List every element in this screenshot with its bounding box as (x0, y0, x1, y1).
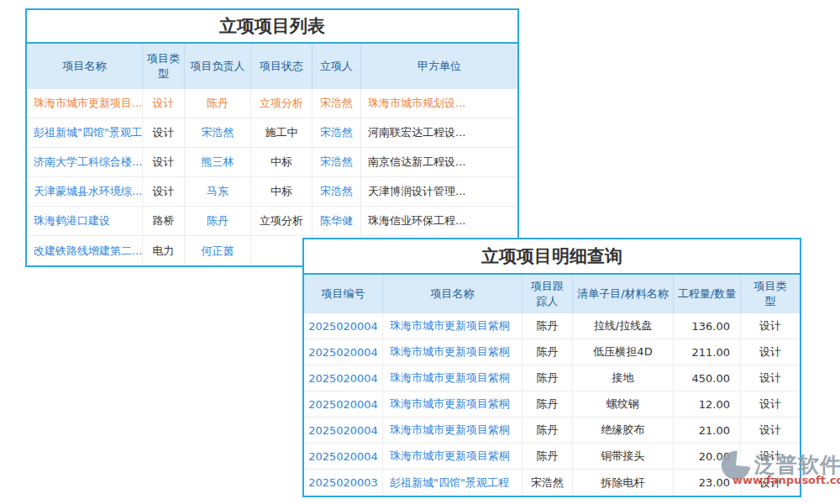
cell-quantity: 450.00 (674, 365, 741, 391)
cell-project-code[interactable]: 2025020004 (304, 444, 383, 469)
column-header-project-manager: 项目负责人 (185, 44, 251, 89)
cell-material-name: 螺纹钢 (573, 391, 674, 417)
column-header-project-tracker: 项目跟踪人 (522, 275, 573, 313)
column-header-material-name: 清单子目/材料名称 (573, 275, 674, 313)
cell-project-name[interactable]: 珠海市城市更新项目... (27, 89, 143, 118)
cell-project-code[interactable]: 2025020004 (304, 339, 383, 365)
cell-project-status: 施工中 (251, 118, 312, 147)
cell-project-tracker: 陈丹 (522, 365, 573, 391)
table-row[interactable]: 天津蒙城县水环境综...设计马东中标宋浩然天津博润设计管理... (27, 177, 517, 207)
project-detail-header-row: 项目编号项目名称项目跟踪人清单子目/材料名称工程量/数量项目类型 (304, 275, 800, 313)
cell-project-name[interactable]: 珠海市城市更新项目紫桐 (383, 444, 522, 469)
cell-initiator[interactable]: 宋浩然 (312, 148, 361, 176)
cell-project-type: 设计 (143, 89, 185, 118)
project-list-panel: 立项项目列表 项目名称项目类型项目负责人项目状态立项人甲方单位 珠海市城市更新项… (25, 8, 519, 267)
cell-project-manager[interactable]: 陈丹 (185, 207, 251, 235)
table-row[interactable]: 2025020004珠海市城市更新项目紫桐陈丹绝缘胶布21.00设计 (304, 417, 800, 444)
column-header-project-name: 项目名称 (27, 44, 143, 89)
cell-initiator[interactable]: 宋浩然 (312, 118, 361, 147)
cell-project-tracker: 宋浩然 (522, 470, 573, 496)
cell-project-type: 设计 (741, 417, 800, 443)
column-header-project-code: 项目编号 (304, 275, 383, 313)
cell-project-status: 立项分析 (251, 89, 312, 118)
cell-project-status: 中标 (251, 177, 312, 206)
cell-project-tracker: 陈丹 (522, 417, 573, 443)
column-header-project-name: 项目名称 (383, 275, 522, 313)
cell-client-unit: 珠海市城市规划设... (361, 89, 517, 118)
cell-quantity: 211.00 (674, 339, 741, 365)
table-row[interactable]: 济南大学工科综合楼...设计熊三林中标宋浩然南京信达新工程设... (27, 148, 517, 177)
cell-project-type: 设计 (143, 118, 185, 147)
cell-material-name: 绝缘胶布 (573, 417, 674, 443)
cell-client-unit: 南京信达新工程设... (361, 148, 517, 176)
cell-project-name[interactable]: 济南大学工科综合楼... (27, 148, 143, 176)
cell-client-unit: 珠海信业环保工程... (361, 207, 517, 235)
cell-project-name[interactable]: 彭祖新城"四馆"景观工... (27, 118, 143, 147)
cell-material-name: 拆除电杆 (573, 470, 674, 496)
cell-project-manager[interactable]: 宋浩然 (185, 118, 251, 147)
cell-project-type: 设计 (741, 339, 800, 365)
cell-material-name: 接地 (573, 365, 674, 391)
project-detail-panel: 立项项目明细查询 项目编号项目名称项目跟踪人清单子目/材料名称工程量/数量项目类… (302, 238, 801, 497)
table-row[interactable]: 2025020004珠海市城市更新项目紫桐陈丹螺纹钢12.00设计 (304, 391, 800, 417)
cell-project-status: 立项分析 (251, 207, 312, 235)
cell-project-manager[interactable]: 何正茵 (185, 236, 251, 265)
column-header-project-type: 项目类型 (741, 275, 800, 313)
table-row[interactable]: 2025020004珠海市城市更新项目紫桐陈丹低压横担4D211.00设计 (304, 339, 800, 365)
cell-project-type: 路桥 (143, 207, 185, 235)
cell-project-tracker: 陈丹 (522, 313, 573, 339)
cell-project-name[interactable]: 珠海鹤港口建设 (27, 207, 143, 235)
cell-quantity: 21.00 (674, 417, 741, 443)
cell-project-code[interactable]: 2025020004 (304, 417, 383, 443)
cell-project-status: 中标 (251, 148, 312, 176)
table-row[interactable]: 2025020004珠海市城市更新项目紫桐陈丹铜带接头20.00设计 (304, 444, 800, 470)
cell-project-code[interactable]: 2025020003 (304, 470, 383, 496)
cell-initiator[interactable]: 宋浩然 (312, 89, 361, 118)
cell-material-name: 铜带接头 (573, 444, 674, 469)
column-header-initiator: 立项人 (312, 44, 361, 89)
cell-project-code[interactable]: 2025020004 (304, 365, 383, 391)
cell-initiator[interactable]: 陈华健 (312, 207, 361, 235)
cell-project-type: 设计 (741, 365, 800, 391)
cell-project-type: 设计 (143, 177, 185, 206)
table-row[interactable]: 2025020004珠海市城市更新项目紫桐陈丹接地450.00设计 (304, 365, 800, 391)
table-row[interactable]: 2025020004珠海市城市更新项目紫桐陈丹拉线/拉线盘136.00设计 (304, 313, 800, 339)
cell-project-type: 设计 (741, 444, 800, 469)
cell-project-code[interactable]: 2025020004 (304, 391, 383, 417)
cell-project-type: 电力 (143, 236, 185, 265)
cell-material-name: 低压横担4D (573, 339, 674, 365)
table-row[interactable]: 2025020003彭祖新城"四馆"景观工程宋浩然拆除电杆23.00设计 (304, 470, 800, 496)
cell-project-name[interactable]: 珠海市城市更新项目紫桐 (383, 365, 522, 391)
cell-project-type: 设计 (741, 391, 800, 417)
cell-quantity: 20.00 (674, 444, 741, 469)
cell-client-unit: 河南联宏达工程设... (361, 118, 517, 147)
cell-project-name[interactable]: 天津蒙城县水环境综... (27, 177, 143, 206)
column-header-project-status: 项目状态 (251, 44, 312, 89)
cell-project-name[interactable]: 珠海市城市更新项目紫桐 (383, 339, 522, 365)
cell-project-code[interactable]: 2025020004 (304, 313, 383, 339)
table-row[interactable]: 珠海鹤港口建设路桥陈丹立项分析陈华健珠海信业环保工程... (27, 207, 517, 236)
cell-project-manager[interactable]: 马东 (185, 177, 251, 206)
cell-project-manager[interactable]: 陈丹 (185, 89, 251, 118)
table-row[interactable]: 珠海市城市更新项目...设计陈丹立项分析宋浩然珠海市城市规划设... (27, 89, 517, 118)
cell-project-type: 设计 (143, 148, 185, 176)
cell-project-manager[interactable]: 熊三林 (185, 148, 251, 176)
column-header-client-unit: 甲方单位 (361, 44, 517, 89)
cell-material-name: 拉线/拉线盘 (573, 313, 674, 339)
cell-initiator[interactable]: 宋浩然 (312, 177, 361, 206)
column-header-quantity: 工程量/数量 (674, 275, 741, 313)
cell-project-type: 设计 (741, 313, 800, 339)
cell-quantity: 23.00 (674, 470, 741, 496)
cell-project-name[interactable]: 改建铁路线增建第二... (27, 236, 143, 265)
project-detail-title: 立项项目明细查询 (304, 239, 800, 275)
cell-project-name[interactable]: 珠海市城市更新项目紫桐 (383, 313, 522, 339)
cell-project-name[interactable]: 彭祖新城"四馆"景观工程 (383, 470, 522, 496)
cell-project-tracker: 陈丹 (522, 444, 573, 469)
cell-project-name[interactable]: 珠海市城市更新项目紫桐 (383, 391, 522, 417)
cell-project-name[interactable]: 珠海市城市更新项目紫桐 (383, 417, 522, 443)
project-detail-body: 2025020004珠海市城市更新项目紫桐陈丹拉线/拉线盘136.00设计202… (304, 313, 800, 496)
project-list-header-row: 项目名称项目类型项目负责人项目状态立项人甲方单位 (27, 44, 517, 89)
cell-project-type: 设计 (741, 470, 800, 496)
table-row[interactable]: 彭祖新城"四馆"景观工...设计宋浩然施工中宋浩然河南联宏达工程设... (27, 118, 517, 148)
cell-project-tracker: 陈丹 (522, 391, 573, 417)
